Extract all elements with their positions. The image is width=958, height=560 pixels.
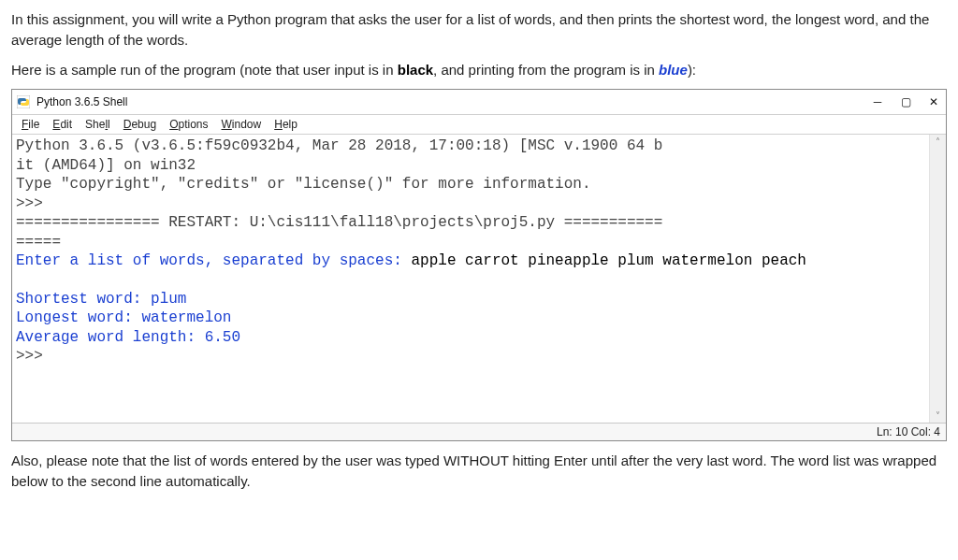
menu-edit[interactable]: Edit — [47, 117, 78, 132]
close-icon[interactable]: ✕ — [927, 95, 940, 108]
statusbar: Ln: 10 Col: 4 — [12, 423, 946, 440]
minimize-icon[interactable]: ─ — [871, 95, 884, 108]
shell-banner-line3: Type "copyright", "credits" or "license(… — [16, 176, 591, 193]
scrollbar[interactable]: ˄ ˅ — [929, 135, 946, 423]
shell-input-prompt: Enter a list of words, separated by spac… — [16, 252, 411, 269]
menu-debug[interactable]: Debug — [118, 117, 162, 132]
menu-shell[interactable]: Shell — [80, 117, 116, 132]
python-icon — [16, 94, 31, 109]
shell-content[interactable]: Python 3.6.5 (v3.6.5:f59c0932b4, Mar 28 … — [12, 135, 929, 423]
shell-output-1: Shortest word: plum — [16, 291, 186, 308]
shell-prompt-1: >>> — [16, 195, 51, 212]
intro-paragraph-2: Here is a sample run of the program (not… — [11, 60, 947, 80]
menu-window[interactable]: Window — [216, 117, 268, 132]
intro-p2-prefix: Here is a sample run of the program (not… — [11, 62, 398, 78]
menu-options[interactable]: Options — [164, 117, 213, 132]
shell-prompt-2: >>> — [16, 348, 51, 365]
window-title: Python 3.6.5 Shell — [36, 95, 871, 108]
maximize-icon[interactable]: ▢ — [899, 95, 912, 108]
intro-p2-blue: blue — [659, 62, 688, 78]
intro-p2-black: black — [398, 62, 433, 78]
window-controls: ─ ▢ ✕ — [871, 95, 940, 108]
shell-user-input: apple carrot pineapple plum watermelon p… — [411, 252, 806, 269]
menu-file[interactable]: File — [16, 117, 45, 132]
shell-banner-line2: it (AMD64)] on win32 — [16, 157, 196, 174]
menubar: File Edit Shell Debug Options Window Hel… — [12, 115, 946, 135]
status-text: Ln: 10 Col: 4 — [877, 425, 940, 438]
shell-restart: ================ RESTART: U:\cis111\fall… — [16, 214, 662, 231]
intro-paragraph-1: In this assignment, you will write a Pyt… — [11, 9, 947, 50]
menu-help[interactable]: Help — [269, 117, 303, 132]
shell-window: Python 3.6.5 Shell ─ ▢ ✕ File Edit Shell… — [11, 89, 947, 441]
shell-output-2: Longest word: watermelon — [16, 309, 231, 326]
scroll-up-icon[interactable]: ˄ — [936, 135, 940, 149]
intro-p2-suffix: ): — [688, 62, 696, 78]
shell-output-3: Average word length: 6.50 — [16, 329, 240, 346]
scroll-down-icon[interactable]: ˅ — [936, 409, 940, 423]
shell-eqline: ===== — [16, 234, 61, 251]
note-paragraph: Also, please note that the list of words… — [11, 451, 947, 492]
shell-banner-line1: Python 3.6.5 (v3.6.5:f59c0932b4, Mar 28 … — [16, 137, 662, 154]
titlebar: Python 3.6.5 Shell ─ ▢ ✕ — [12, 90, 946, 115]
intro-p2-mid: , and printing from the program is in — [433, 62, 659, 78]
